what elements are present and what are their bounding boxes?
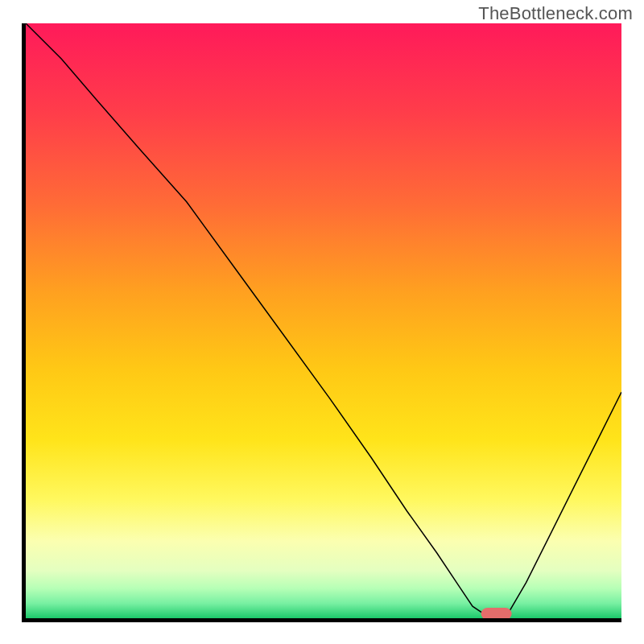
plot-area: [26, 23, 621, 618]
watermark-text: TheBottleneck.com: [478, 3, 633, 24]
chart-frame: TheBottleneck.com: [0, 0, 644, 644]
plot-svg: [26, 23, 621, 618]
optimal-marker: [481, 608, 512, 618]
axis-x: [22, 618, 621, 622]
gradient-background: [26, 23, 621, 618]
